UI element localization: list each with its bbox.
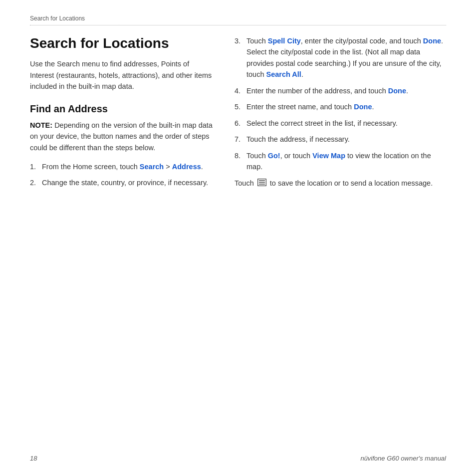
step-2-num: 2. — [30, 177, 42, 188]
steps-list-right: 3. Touch Spell City, enter the city/post… — [235, 35, 446, 173]
step-3-num: 3. — [235, 35, 246, 46]
step-1-num: 1. — [30, 161, 42, 172]
step-7: 7. Touch the address, if necessary. — [235, 134, 446, 145]
search-all-link: Search All — [266, 70, 301, 78]
step-4-num: 4. — [235, 85, 246, 96]
step-6: 6. Select the correct street in the list… — [235, 118, 446, 129]
step-5: 5. Enter the street name, and touch Done… — [235, 101, 446, 112]
footer: 18 nüvifone G60 owner's manual — [30, 455, 446, 462]
step-5-num: 5. — [235, 101, 246, 112]
step-3: 3. Touch Spell City, enter the city/post… — [235, 35, 446, 80]
step-6-num: 6. — [235, 118, 246, 129]
note-label: NOTE: — [30, 121, 52, 129]
step-2: 2. Change the state, country, or provinc… — [30, 177, 215, 188]
step-2-text: Change the state, country, or province, … — [42, 177, 215, 188]
step-4: 4. Enter the number of the address, and … — [235, 85, 446, 96]
intro-text: Use the Search menu to find addresses, P… — [30, 58, 215, 92]
page: Search for Locations Search for Location… — [0, 0, 476, 476]
step-4-text: Enter the number of the address, and tou… — [246, 85, 446, 96]
go-link: Go! — [268, 152, 280, 160]
step-6-text: Select the correct street in the list, i… — [246, 118, 446, 129]
steps-list-left: 1. From the Home screen, touch Search > … — [30, 161, 215, 189]
search-link: Search — [140, 163, 164, 171]
note-paragraph: NOTE: Depending on the version of the bu… — [30, 120, 215, 153]
step-3-text: Touch Spell City, enter the city/postal … — [246, 35, 446, 80]
done-link-3: Done — [423, 37, 441, 45]
content-area: Search for Locations Use the Search menu… — [30, 35, 446, 194]
main-title: Search for Locations — [30, 35, 215, 51]
step-5-text: Enter the street name, and touch Done. — [246, 101, 446, 112]
done-link-4: Done — [388, 87, 406, 95]
right-column: 3. Touch Spell City, enter the city/post… — [235, 35, 446, 194]
breadcrumb: Search for Locations — [30, 15, 446, 25]
address-link: Address — [172, 163, 201, 171]
touch-note: Touch to save the location or to send a … — [235, 178, 446, 189]
done-link-5: Done — [354, 103, 372, 111]
step-1-text: From the Home screen, touch Search > Add… — [42, 161, 215, 172]
step-8-num: 8. — [235, 150, 246, 161]
sub-title: Find an Address — [30, 103, 215, 115]
footer-page-number: 18 — [30, 455, 37, 462]
step-7-num: 7. — [235, 134, 246, 145]
menu-icon — [257, 179, 266, 186]
footer-manual-title: nüvifone G60 owner's manual — [360, 455, 446, 462]
step-8-text: Touch Go!, or touch View Map to view the… — [246, 150, 446, 173]
left-column: Search for Locations Use the Search menu… — [30, 35, 215, 194]
step-8: 8. Touch Go!, or touch View Map to view … — [235, 150, 446, 173]
step-7-text: Touch the address, if necessary. — [246, 134, 446, 145]
menu-icon-container — [257, 178, 266, 189]
note-body: Depending on the version of the built-in… — [30, 121, 213, 152]
view-map-link: View Map — [312, 152, 345, 160]
spell-city-link: Spell City — [268, 37, 301, 45]
step-1: 1. From the Home screen, touch Search > … — [30, 161, 215, 172]
